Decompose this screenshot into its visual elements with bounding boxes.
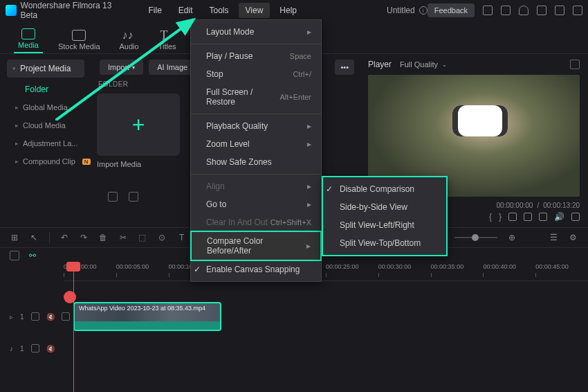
tl-cut-icon[interactable]: ✂ bbox=[118, 232, 127, 243]
audio-lock-icon[interactable] bbox=[31, 344, 39, 353]
dd-safe-zones[interactable]: Show Safe Zones bbox=[191, 153, 321, 171]
snapshot-icon[interactable] bbox=[539, 213, 547, 221]
history-marker-icon[interactable] bbox=[64, 291, 76, 303]
dd-fullscreen[interactable]: Full Screen / RestoreAlt+Enter bbox=[191, 83, 321, 111]
tl-delete-icon[interactable]: 🗑 bbox=[98, 232, 108, 243]
link-icon[interactable]: ⚯ bbox=[29, 251, 36, 260]
tl-grid-icon[interactable]: ⊞ bbox=[10, 232, 19, 243]
menu-edit[interactable]: Edit bbox=[172, 3, 200, 18]
titles-icon bbox=[160, 30, 174, 41]
fullscreen-icon[interactable] bbox=[571, 213, 580, 221]
check-icon: ✓ bbox=[326, 184, 333, 194]
import-button[interactable]: Import▾ bbox=[100, 60, 143, 75]
track-manager-icon[interactable] bbox=[10, 251, 19, 260]
clip-filename: WhatsApp Video 2023-10-23 at 08:35.43.mp… bbox=[79, 305, 205, 312]
audio-mute-icon[interactable]: 🔇 bbox=[46, 345, 55, 353]
zoom-fit-icon[interactable] bbox=[524, 213, 532, 221]
audio-track-icon[interactable]: ♪ bbox=[10, 345, 13, 353]
save-icon[interactable] bbox=[501, 6, 511, 15]
clip-audio-waveform bbox=[75, 321, 220, 330]
mark-out-icon[interactable]: } bbox=[499, 212, 502, 222]
tl-speed-icon[interactable]: ⊙ bbox=[157, 232, 167, 243]
zoom-slider[interactable] bbox=[454, 237, 498, 238]
video-track-lane[interactable]: WhatsApp Video 2023-10-23 at 08:35.43.mp… bbox=[73, 301, 588, 332]
bin-icon[interactable] bbox=[129, 192, 138, 202]
track-mute-icon[interactable]: 🔇 bbox=[46, 313, 55, 321]
dd-compare-color[interactable]: Compare Color Before/After▸ bbox=[190, 231, 322, 261]
total-time: 00:00:13:20 bbox=[543, 202, 580, 209]
ratio-icon[interactable] bbox=[508, 213, 517, 221]
video-clip[interactable]: WhatsApp Video 2023-10-23 at 08:35.43.mp… bbox=[73, 302, 221, 331]
import-media-tile[interactable]: + bbox=[97, 93, 180, 156]
info-icon[interactable]: i bbox=[419, 6, 428, 15]
cloud-media-item[interactable]: Cloud Media bbox=[0, 116, 91, 134]
folder-node[interactable]: Folder bbox=[0, 80, 91, 98]
tl-redo-icon[interactable]: ↷ bbox=[79, 232, 89, 243]
video-track-number: 1 bbox=[20, 313, 24, 321]
tab-media[interactable]: Media bbox=[14, 26, 43, 53]
dd-play-pause[interactable]: Play / PauseSpace bbox=[191, 47, 321, 65]
tl-settings-icon[interactable]: ⚙ bbox=[569, 232, 578, 243]
cloud-icon[interactable] bbox=[519, 6, 529, 15]
layout-icon[interactable] bbox=[483, 6, 493, 15]
feedback-button[interactable]: Feedback bbox=[428, 3, 475, 17]
dd-zoom-level[interactable]: Zoom Level▸ bbox=[191, 135, 321, 153]
apps-icon[interactable] bbox=[573, 6, 582, 15]
playhead[interactable] bbox=[73, 263, 74, 392]
menu-tools[interactable]: Tools bbox=[203, 3, 236, 18]
menu-help[interactable]: Help bbox=[273, 3, 304, 18]
player-label: Player bbox=[368, 60, 392, 69]
vr-headset-graphic bbox=[452, 105, 508, 136]
ai-image-button[interactable]: AI Image bbox=[149, 60, 196, 75]
tl-undo-icon[interactable]: ↶ bbox=[59, 232, 69, 243]
zoom-in-icon[interactable]: ⊕ bbox=[507, 232, 517, 243]
tab-stock-media[interactable]: Stock Media bbox=[54, 27, 104, 53]
menu-file[interactable]: File bbox=[141, 3, 168, 18]
tl-text-icon[interactable]: T bbox=[176, 232, 186, 243]
sub-disable-comparison[interactable]: ✓Disable Comparison bbox=[323, 180, 446, 198]
dd-layout-mode[interactable]: Layout Mode▸ bbox=[191, 23, 321, 41]
adjustment-layer-item[interactable]: Adjustment La... bbox=[0, 134, 91, 152]
timeline-ruler[interactable]: 00:00:00:00 00:00:05:00 00:00:10:00 00:0… bbox=[64, 263, 588, 281]
dd-canvas-snapping[interactable]: ✓Enable Canvas Snapping bbox=[191, 260, 321, 278]
mark-in-icon[interactable]: { bbox=[489, 212, 492, 222]
ruler-tick: 00:00:25:00 bbox=[326, 263, 359, 270]
check-icon: ✓ bbox=[194, 265, 201, 274]
export-icon[interactable] bbox=[537, 6, 546, 15]
dd-align: Align▸ bbox=[191, 177, 321, 195]
project-media-header[interactable]: ▾Project Media bbox=[7, 60, 84, 78]
sub-split-lr[interactable]: Split View-Left/Right bbox=[323, 216, 446, 234]
titlebar-right: Feedback bbox=[428, 3, 582, 17]
snapshot-settings-icon[interactable] bbox=[570, 60, 580, 69]
ruler-tick: 00:00:05:00 bbox=[116, 263, 149, 270]
tab-titles[interactable]: Titles bbox=[154, 27, 181, 53]
media-icon bbox=[21, 28, 35, 39]
preview-header: Player Full Quality⌄ bbox=[368, 60, 580, 69]
share-icon[interactable] bbox=[555, 6, 564, 15]
current-time: 00:00:00:00 bbox=[497, 202, 533, 209]
volume-icon[interactable]: 🔊 bbox=[554, 212, 564, 222]
dd-stop[interactable]: StopCtrl+/ bbox=[191, 65, 321, 83]
dd-playback-quality[interactable]: Playback Quality▸ bbox=[191, 117, 321, 135]
sub-side-by-side[interactable]: Side-by-Side View bbox=[323, 198, 446, 216]
tl-crop-icon[interactable]: ⬚ bbox=[138, 232, 147, 243]
video-track-icon[interactable]: ▹ bbox=[10, 313, 13, 321]
menu-view[interactable]: View bbox=[239, 3, 270, 18]
audio-track-lane[interactable] bbox=[73, 332, 588, 364]
sub-split-tb[interactable]: Split View-Top/Bottom bbox=[323, 234, 446, 252]
tab-audio[interactable]: Audio bbox=[116, 27, 143, 53]
quality-dropdown[interactable]: Full Quality⌄ bbox=[400, 60, 447, 69]
track-visible-icon[interactable] bbox=[62, 312, 70, 321]
audio-icon bbox=[122, 30, 136, 41]
dd-goto[interactable]: Go to▸ bbox=[191, 195, 321, 213]
new-folder-icon[interactable] bbox=[108, 192, 118, 202]
compound-clip-item[interactable]: Compound ClipN bbox=[0, 152, 91, 170]
view-dropdown: Layout Mode▸ Play / PauseSpace StopCtrl+… bbox=[190, 19, 322, 282]
more-button[interactable]: ••• bbox=[335, 60, 354, 75]
tl-cursor-icon[interactable]: ↖ bbox=[29, 232, 39, 243]
audio-track-head: ♪ 1 🔇 bbox=[10, 344, 73, 353]
track-lock-icon[interactable] bbox=[31, 312, 39, 321]
tl-view-icon[interactable]: ☰ bbox=[549, 232, 558, 243]
ruler-tick: 00:00:35:00 bbox=[431, 263, 464, 270]
global-media-item[interactable]: Global Media bbox=[0, 98, 91, 116]
